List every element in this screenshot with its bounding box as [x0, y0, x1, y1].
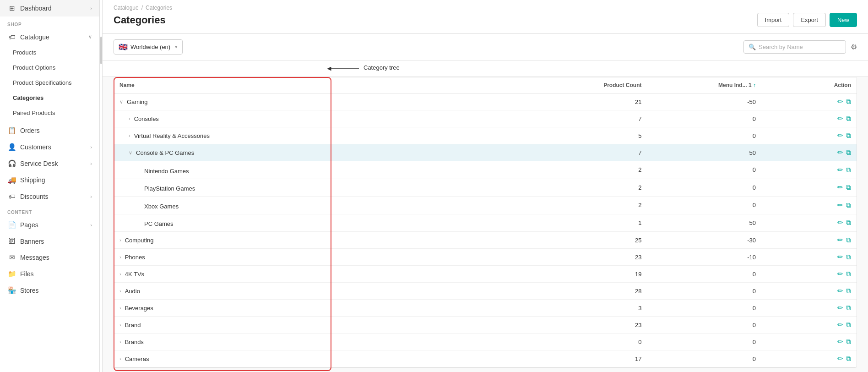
chevron-right-icon[interactable]: › [119, 339, 121, 345]
row-name-cell[interactable]: ∨Gaming [114, 93, 533, 110]
edit-icon[interactable]: ✏ [837, 304, 843, 312]
chevron-right-icon[interactable]: › [129, 133, 130, 138]
copy-icon[interactable]: ⧉ [846, 131, 851, 140]
sidebar-item-orders[interactable]: 📋 Orders [0, 122, 99, 139]
sidebar-item-pages[interactable]: 📄 Pages › [0, 217, 99, 233]
edit-icon[interactable]: ✏ [837, 219, 843, 227]
row-name-cell[interactable]: ›Consoles [114, 110, 533, 127]
chevron-right-icon[interactable]: › [119, 288, 121, 294]
row-name-cell[interactable]: ›Beverages [114, 300, 533, 317]
copy-icon[interactable]: ⧉ [846, 338, 851, 346]
sidebar-item-products[interactable]: Products [0, 45, 99, 60]
copy-icon[interactable]: ⧉ [846, 148, 851, 157]
chevron-right-icon[interactable]: › [119, 305, 121, 311]
locale-flag: 🇬🇧 [119, 43, 128, 51]
edit-icon[interactable]: ✏ [837, 253, 843, 261]
row-name-cell[interactable]: ›Brand [114, 317, 533, 334]
row-menu-index: 0 [647, 283, 762, 300]
row-name-cell[interactable]: PlayStation Games [114, 179, 533, 197]
chevron-right-icon[interactable]: › [129, 116, 130, 121]
edit-icon[interactable]: ✏ [837, 355, 843, 363]
export-button[interactable]: Export [793, 13, 826, 27]
chevron-right-icon[interactable]: › [119, 271, 121, 277]
row-name-text: PlayStation Games [144, 185, 195, 192]
edit-icon[interactable]: ✏ [837, 338, 843, 346]
edit-icon[interactable]: ✏ [837, 98, 843, 106]
chevron-down-icon[interactable]: ∨ [129, 150, 132, 156]
row-name-text: 4K TVs [125, 271, 144, 278]
row-name-text: Brand [125, 322, 141, 328]
search-bar[interactable]: 🔍 [743, 40, 846, 54]
row-name-cell[interactable]: ›Audio [114, 283, 533, 300]
copy-icon[interactable]: ⧉ [846, 115, 851, 123]
import-button[interactable]: Import [757, 13, 790, 27]
sidebar-item-banners[interactable]: 🖼 Banners [0, 233, 99, 249]
copy-icon[interactable]: ⧉ [846, 304, 851, 312]
copy-icon[interactable]: ⧉ [846, 183, 851, 191]
edit-icon[interactable]: ✏ [837, 115, 843, 123]
chevron-right-icon[interactable]: › [119, 254, 121, 260]
row-name-text: Xbox Games [144, 203, 179, 210]
sidebar-item-customers[interactable]: 👤 Customers › [0, 139, 99, 155]
sidebar-item-service-desk[interactable]: 🎧 Service Desk › [0, 155, 99, 172]
copy-icon[interactable]: ⧉ [846, 287, 851, 295]
col-name[interactable]: Name [114, 77, 533, 93]
edit-icon[interactable]: ✏ [837, 236, 843, 244]
row-name-cell[interactable]: ›Virtual Reality & Accessories [114, 127, 533, 144]
new-button[interactable]: New [830, 13, 857, 27]
row-name-cell[interactable]: Xbox Games [114, 197, 533, 214]
chevron-right-icon[interactable]: › [119, 237, 121, 243]
edit-icon[interactable]: ✏ [837, 321, 843, 329]
locale-dropdown[interactable]: 🇬🇧 Worldwide (en) ▾ [114, 39, 183, 55]
row-name-cell[interactable]: ›Phones [114, 249, 533, 266]
row-name-cell[interactable]: Nintendo Games [114, 161, 533, 179]
settings-icon[interactable]: ⚙ [851, 43, 857, 51]
sidebar-item-catalogue[interactable]: 🏷 Catalogue ∨ [0, 29, 99, 45]
copy-icon[interactable]: ⧉ [846, 355, 851, 363]
row-product-count: 2 [533, 179, 647, 197]
sidebar-item-stores[interactable]: 🏪 Stores [0, 282, 99, 299]
row-name-cell[interactable]: ›Cameras [114, 350, 533, 367]
copy-icon[interactable]: ⧉ [846, 98, 851, 106]
table-container[interactable]: Name Product Count Menu Ind... 1 ↑ Actio… [103, 77, 868, 372]
row-name-cell[interactable]: PC Games [114, 214, 533, 232]
chevron-right-icon[interactable]: › [119, 322, 121, 328]
row-name-text: Consoles [134, 115, 159, 122]
copy-icon[interactable]: ⧉ [846, 201, 851, 209]
sidebar-item-product-specifications[interactable]: Product Specifications [0, 75, 99, 90]
copy-icon[interactable]: ⧉ [846, 236, 851, 244]
sidebar-item-dashboard[interactable]: ⊞ Dashboard › [0, 0, 99, 16]
chevron-right-icon[interactable]: › [119, 356, 121, 361]
sidebar-item-discounts[interactable]: 🏷 Discounts › [0, 188, 99, 204]
sidebar-item-files[interactable]: 📁 Files [0, 266, 99, 282]
sidebar-item-shipping[interactable]: 🚚 Shipping [0, 172, 99, 188]
copy-icon[interactable]: ⧉ [846, 219, 851, 227]
sidebar-item-paired-products[interactable]: Paired Products [0, 105, 99, 120]
edit-icon[interactable]: ✏ [837, 201, 843, 209]
col-menu-index[interactable]: Menu Ind... 1 ↑ [647, 77, 762, 93]
sidebar-item-product-options[interactable]: Product Options [0, 60, 99, 75]
sidebar-item-messages[interactable]: ✉ Messages [0, 249, 99, 266]
row-name-cell[interactable]: ›Brands [114, 334, 533, 350]
edit-icon[interactable]: ✏ [837, 166, 843, 174]
row-name-cell[interactable]: ›Computing [114, 232, 533, 249]
copy-icon[interactable]: ⧉ [846, 270, 851, 278]
col-product-count[interactable]: Product Count [533, 77, 647, 93]
edit-icon[interactable]: ✏ [837, 148, 843, 157]
copy-icon[interactable]: ⧉ [846, 166, 851, 174]
search-input[interactable] [759, 44, 841, 50]
row-name-cell[interactable]: ›4K TVs [114, 266, 533, 283]
copy-icon[interactable]: ⧉ [846, 321, 851, 329]
row-name-cell[interactable]: ∨Console & PC Games [114, 144, 533, 161]
copy-icon[interactable]: ⧉ [846, 253, 851, 261]
chevron-down-icon[interactable]: ∨ [119, 99, 123, 105]
sidebar-item-categories[interactable]: Categories [0, 90, 99, 105]
breadcrumb-catalogue[interactable]: Catalogue [114, 5, 139, 11]
table-row: Xbox Games20✏⧉ [114, 197, 857, 214]
row-product-count: 23 [533, 249, 647, 266]
edit-icon[interactable]: ✏ [837, 131, 843, 140]
row-actions: ✏⧉ [761, 350, 857, 367]
edit-icon[interactable]: ✏ [837, 287, 843, 295]
edit-icon[interactable]: ✏ [837, 270, 843, 278]
edit-icon[interactable]: ✏ [837, 183, 843, 191]
